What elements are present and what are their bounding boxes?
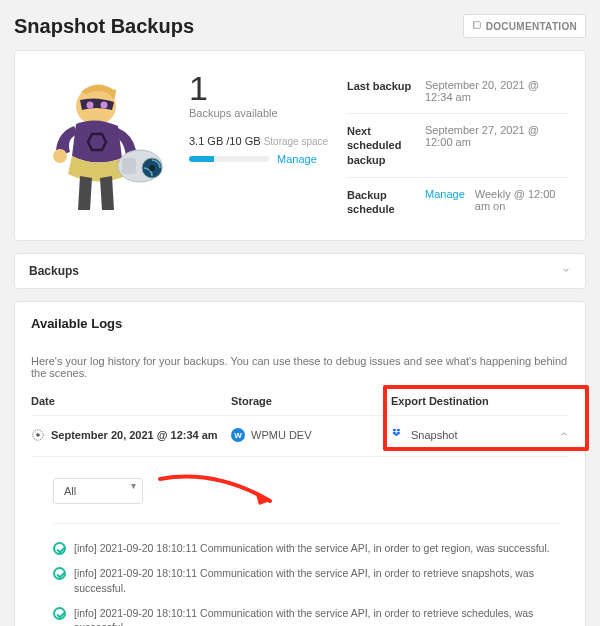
backups-accordion[interactable]: Backups xyxy=(14,253,586,289)
svg-point-3 xyxy=(53,149,67,163)
log-details: All ▾ [info] 2021-09-20 18:10:11 Communi… xyxy=(31,456,569,626)
hero-image xyxy=(31,65,181,226)
wpmudev-icon: W xyxy=(231,428,245,442)
dropbox-icon xyxy=(391,428,405,442)
svg-point-8 xyxy=(149,165,155,171)
snapshot-icon xyxy=(31,428,45,442)
log-date: September 20, 2021 @ 12:34 am xyxy=(51,429,218,441)
book-icon xyxy=(472,20,482,32)
next-backup-label: Next scheduled backup xyxy=(347,124,417,167)
chevron-down-icon xyxy=(561,264,571,278)
svg-point-11 xyxy=(36,434,40,438)
documentation-button[interactable]: DOCUMENTATION xyxy=(463,14,586,38)
svg-point-1 xyxy=(87,101,94,108)
log-export: Snapshot xyxy=(411,429,457,441)
annotation-arrow xyxy=(155,471,295,511)
storage-progress xyxy=(189,156,269,162)
manage-schedule-link[interactable]: Manage xyxy=(425,188,465,200)
last-backup-value: September 20, 2021 @ 12:34 am xyxy=(425,79,569,103)
chevron-up-icon xyxy=(559,429,569,441)
storage-used: 3.1 GB xyxy=(189,135,223,147)
schedule-value: Weekly @ 12:00 am on xyxy=(475,188,569,212)
logs-title: Available Logs xyxy=(15,302,585,345)
log-storage: WPMU DEV xyxy=(251,429,312,441)
col-header-export: Export Destination xyxy=(391,395,569,407)
check-icon xyxy=(53,542,66,555)
svg-point-2 xyxy=(101,101,108,108)
svg-rect-9 xyxy=(122,158,136,174)
log-entry-row[interactable]: September 20, 2021 @ 12:34 am W WPMU DEV… xyxy=(31,416,569,454)
check-icon xyxy=(53,567,66,580)
storage-total: /10 GB xyxy=(226,135,260,147)
col-header-storage: Storage xyxy=(231,395,391,407)
next-backup-value: September 27, 2021 @ 12:00 am xyxy=(425,124,569,148)
storage-label: Storage space xyxy=(264,136,329,147)
col-header-date: Date xyxy=(31,395,231,407)
logs-description: Here's your log history for your backups… xyxy=(31,355,569,379)
summary-card: 1 Backups available 3.1 GB /10 GB Storag… xyxy=(14,50,586,241)
last-backup-label: Last backup xyxy=(347,79,417,103)
manage-storage-link[interactable]: Manage xyxy=(277,153,317,165)
backup-count: 1 xyxy=(189,71,339,105)
backup-count-label: Backups available xyxy=(189,107,339,119)
log-filter-select[interactable]: All xyxy=(53,478,143,504)
log-line: [info] 2021-09-20 18:10:11 Communication… xyxy=(53,601,559,626)
log-line: [info] 2021-09-20 18:10:11 Communication… xyxy=(53,536,559,561)
page-title: Snapshot Backups xyxy=(14,15,194,38)
log-line: [info] 2021-09-20 18:10:11 Communication… xyxy=(53,561,559,600)
logs-card: Available Logs Here's your log history f… xyxy=(14,301,586,626)
schedule-label: Backup schedule xyxy=(347,188,417,217)
check-icon xyxy=(53,607,66,620)
